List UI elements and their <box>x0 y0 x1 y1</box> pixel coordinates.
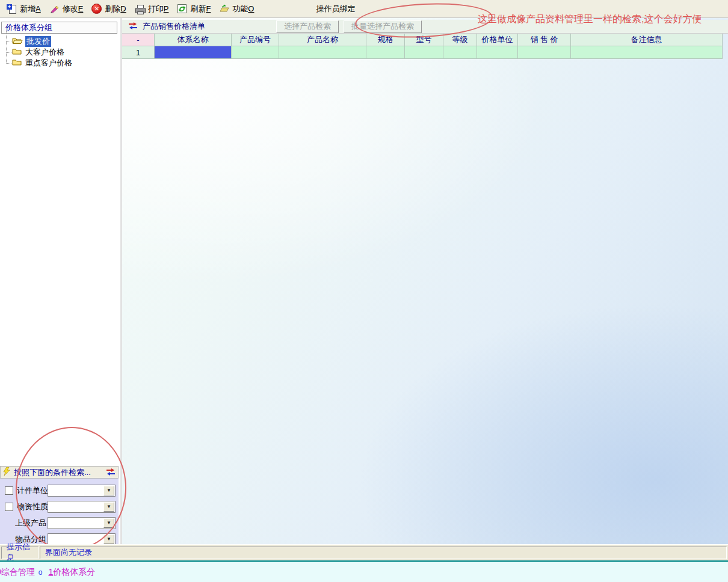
folder-icon <box>12 58 22 68</box>
edit-icon <box>49 4 60 14</box>
tree-item-wholesale[interactable]: 批发价 <box>2 36 117 47</box>
window-taskbar: 0综合管理 o 1价格体系分 <box>0 560 728 582</box>
list-title: 产品销售价格清单 <box>143 21 205 32</box>
nature-checkbox[interactable] <box>5 503 13 511</box>
refresh-button-label: 刷新F <box>190 4 211 14</box>
edit-button[interactable]: 修改E <box>45 2 88 16</box>
cell-name[interactable] <box>279 46 366 59</box>
cell-system-selected[interactable] <box>155 46 232 59</box>
status-bar: 提示信息 界面尚无记录 <box>0 544 728 560</box>
app-window: + 新增A 修改E ✕ 删除D 打印P 刷新F <box>0 0 728 582</box>
tree-item-label[interactable]: 批发价 <box>25 36 51 47</box>
price-group-tree: 批发价 大客户价格 重点客户价格 <box>2 36 117 69</box>
swap-icon[interactable] <box>128 22 138 31</box>
delete-button[interactable]: ✕ 删除D <box>87 2 130 16</box>
operator-binding-label: 操作员绑定 <box>316 4 355 14</box>
tree-item-key-customer[interactable]: 重点客户价格 <box>2 58 117 69</box>
cell-model[interactable] <box>405 46 443 59</box>
col-header-code[interactable]: 产品编号 <box>232 34 279 46</box>
print-button-label: 打印P <box>148 4 169 14</box>
annotation-note-text: 这里做成像产品资料管理里一样的检索,这个会好方便 <box>478 13 702 26</box>
col-header-num[interactable]: - <box>122 34 155 46</box>
cell-remark[interactable] <box>571 46 723 59</box>
col-header-unit[interactable]: 价格单位 <box>477 34 518 46</box>
col-header-system[interactable]: 体系名称 <box>155 34 232 46</box>
cell-code[interactable] <box>232 46 279 59</box>
row-number-cell[interactable]: 1 <box>122 46 155 59</box>
status-label: 提示信息 <box>1 547 39 559</box>
mdi-content-area: 产品销售价格清单 选择产品检索 批量选择产品检索 - 体系名称 产品编号 产品名… <box>122 18 728 544</box>
function-icon <box>219 4 229 14</box>
taskbar-item-price-system[interactable]: 1价格体系分 <box>48 567 95 578</box>
print-icon <box>135 4 145 14</box>
taskbar-item-general[interactable]: 0综合管理 <box>0 567 35 578</box>
status-message: 界面尚无记录 <box>40 547 727 559</box>
delete-icon: ✕ <box>91 4 102 14</box>
cell-price[interactable] <box>518 46 571 59</box>
refresh-icon <box>177 4 187 14</box>
refresh-button[interactable]: 刷新F <box>173 2 215 16</box>
table-row: 1 <box>122 46 723 59</box>
cell-spec[interactable] <box>366 46 405 59</box>
folder-icon <box>12 47 22 57</box>
taskbar-bullet: o <box>39 568 43 577</box>
edit-button-label: 修改E <box>63 4 84 14</box>
function-button[interactable]: 功能O <box>215 2 258 16</box>
cell-grade[interactable] <box>443 46 477 59</box>
add-button[interactable]: + 新增A <box>2 2 45 16</box>
print-button[interactable]: 打印P <box>131 2 173 16</box>
tree-item-label[interactable]: 重点客户价格 <box>24 58 73 69</box>
select-product-search-button[interactable]: 选择产品检索 <box>276 20 339 33</box>
function-button-label: 功能O <box>232 4 254 14</box>
col-header-name[interactable]: 产品名称 <box>279 34 366 46</box>
tree-item-label[interactable]: 大客户价格 <box>24 47 66 58</box>
col-header-remark[interactable]: 备注信息 <box>571 34 723 46</box>
add-button-label: 新增A <box>20 4 41 14</box>
col-header-price[interactable]: 销 售 价 <box>518 34 571 46</box>
tree-item-big-customer[interactable]: 大客户价格 <box>2 47 117 58</box>
price-group-panel-title: 价格体系分组 <box>1 22 117 34</box>
unit-checkbox[interactable] <box>5 486 13 495</box>
col-header-grade[interactable]: 等级 <box>443 34 477 46</box>
delete-button-label: 删除D <box>105 4 126 14</box>
cell-unit[interactable] <box>477 46 518 59</box>
open-folder-icon <box>12 37 23 46</box>
lightning-icon <box>3 467 11 478</box>
price-list-table: - 体系名称 产品编号 产品名称 规格 型号 等级 价格单位 销 售 价 备注信… <box>122 34 723 59</box>
new-icon: + <box>7 4 17 14</box>
